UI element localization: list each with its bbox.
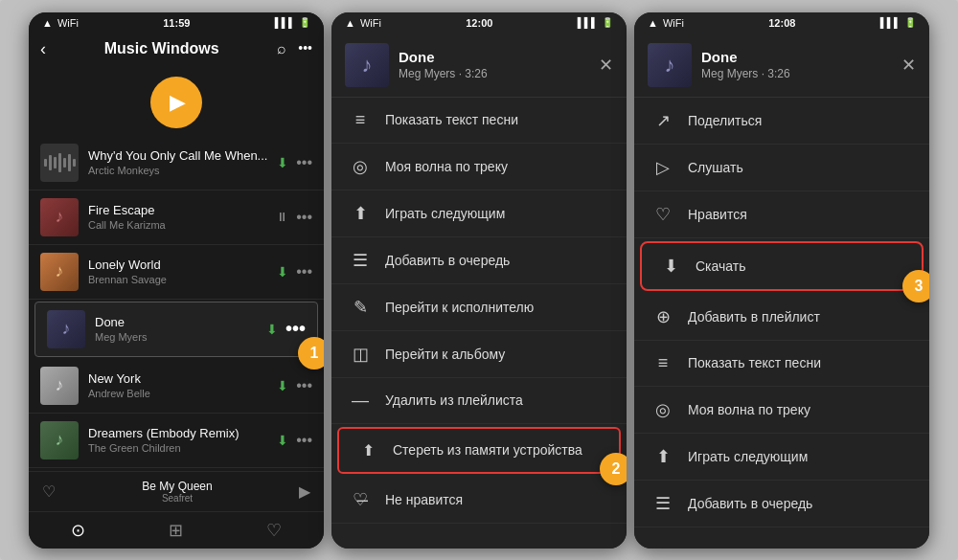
more-icon-3[interactable]: ••• [285,318,306,340]
more-icon-4[interactable]: ••• [296,377,312,394]
menu-item-goto-album[interactable]: ◫ Перейти к альбому [331,331,627,378]
album-icon: ◫ [347,344,374,365]
nav-favorites-icon[interactable]: ♡ [266,520,282,541]
download-icon-2: ⬇ [277,264,288,280]
menu-label-show-lyrics-3: Показать текст песни [688,355,821,370]
close-button-2[interactable]: ✕ [599,56,613,74]
menu-item-erase[interactable]: ⬆ Стереть из памяти устройства [339,429,619,472]
download-icon-5: ⬇ [277,433,288,448]
signal-icon-1: ▲ [42,17,53,29]
modal-header-3: ♪ Done Meg Myers · 3:26 ✕ [634,34,929,98]
song-info-2: Lonely World Brennan Savage [88,258,277,285]
menu-item-download-highlighted[interactable]: ⬇ Скачать 3 [640,241,924,291]
menu-item-show-lyrics-3[interactable]: ≡ Показать текст песни [634,341,929,387]
lyrics-icon-3: ≡ [650,353,676,373]
nav-discover-icon[interactable]: ⊙ [71,520,85,541]
song-item-0[interactable]: Why'd You Only Call Me When... Arctic Mo… [29,136,324,190]
erase-icon: ⬆ [354,441,381,459]
menu-label-share: Поделиться [688,113,762,128]
screen1: ▲ WiFi 11:59 ▌▌▌ 🔋 ‹ Music Windows ⌕ •••… [29,12,324,549]
menu-label-erase: Стереть из памяти устройства [393,442,582,458]
menu-label-play-next: Играть следующим [385,206,505,221]
screen3: ▲ WiFi 12:08 ▌▌▌ 🔋 ♪ Done Meg Myers · 3:… [634,12,929,549]
song-title-2: Lonely World [88,258,277,272]
song-actions-3: ⬇ ••• [266,318,306,340]
download-icon-0: ⬇ [277,155,288,170]
song-item-5[interactable]: ♪ Dreamers (Embody Remix) The Green Chil… [29,414,324,468]
modal-song-info-2: Done Meg Myers · 3:26 [399,49,488,80]
time-2: 12:00 [466,17,492,29]
share-icon: ↗ [650,110,676,131]
menu-label-goto-artist: Перейти к исполнителю [385,300,534,315]
back-button[interactable]: ‹ [40,39,46,59]
menu-item-play-next[interactable]: ⬆ Играть следующим [331,190,627,237]
more-icon-5[interactable]: ••• [296,432,312,449]
nav-library-icon[interactable]: ⊞ [169,520,183,541]
song-actions-5: ⬇ ••• [277,432,312,449]
wave-icon: ◎ [347,156,374,177]
song-artist-4: Andrew Belle [88,388,277,399]
mini-play-button[interactable]: ▶ [299,482,310,501]
song-thumb-3: ♪ [47,310,85,348]
menu-label-dislike: Не нравится [385,492,463,507]
menu-item-add-playlist[interactable]: ⊕ Добавить в плейлист [634,294,929,341]
time-1: 11:59 [163,17,190,29]
play-all-button[interactable]: ▶ [150,77,202,128]
more-options-icon[interactable]: ••• [298,40,312,57]
song-artist-1: Call Me Karizma [88,219,276,231]
song-actions-2: ⬇ ••• [277,263,312,280]
song-item-3[interactable]: ♪ Done Meg Myers ⬇ ••• 1 [34,302,318,357]
more-icon-2[interactable]: ••• [296,263,312,280]
like-icon: ♡ [650,204,676,225]
remove-icon: — [347,391,374,411]
more-icon-0[interactable]: ••• [296,154,312,171]
menu-item-download[interactable]: ⬇ Скачать [642,243,922,289]
menu-item-listen[interactable]: ▷ Слушать [634,145,929,191]
song-item-1[interactable]: ♪ Fire Escape Call Me Karizma ⏸ ••• [29,190,324,245]
menu-item-remove-playlist[interactable]: — Удалить из плейлиста [331,378,627,424]
status-bar-1: ▲ WiFi 11:59 ▌▌▌ 🔋 [29,12,324,34]
modal-song-title-3: Done [701,49,790,65]
song-title-3: Done [95,315,266,329]
more-icon-1[interactable]: ••• [296,209,312,226]
song-title-0: Why'd You Only Call Me When... [88,148,277,163]
menu-item-my-wave[interactable]: ◎ Моя волна по треку [331,144,627,190]
signal-icon-2: ▌▌▌ [578,17,598,28]
close-button-3[interactable]: ✕ [901,56,916,74]
modal-header-2: ♪ Done Meg Myers · 3:26 ✕ [331,34,627,98]
song-thumb-0 [40,144,79,182]
song-artist-0: Arctic Monkeys [88,165,277,176]
search-icon[interactable]: ⌕ [277,40,286,57]
song-info-3: Done Meg Myers [95,315,266,343]
menu-item-play-next-3[interactable]: ⬆ Играть следующим [634,434,929,481]
menu-item-share[interactable]: ↗ Поделиться [634,98,929,145]
modal-album-art-2: ♪ [345,43,389,87]
song-item-2[interactable]: ♪ Lonely World Brennan Savage ⬇ ••• [29,245,324,300]
heart-icon[interactable]: ♡ [42,482,56,501]
menu-item-my-wave-3[interactable]: ◎ Моя волна по треку [634,387,929,434]
song-thumb-5: ♪ [40,421,79,459]
modal-song-artist-2: Meg Myers · 3:26 [399,67,488,80]
menu-item-dislike[interactable]: ♡̶ Не нравится [331,477,627,524]
arrow-icon-3: ▲ [648,17,658,29]
wave-icon-3: ◎ [650,399,676,420]
arrow-icon-2: ▲ [345,17,355,29]
menu-item-show-lyrics[interactable]: ≡ Показать текст песни [331,98,627,144]
song-actions-1: ⏸ ••• [276,209,312,226]
song-title-1: Fire Escape [88,203,276,217]
song-item-4[interactable]: ♪ New York Andrew Belle ⬇ ••• [29,359,324,414]
song-thumb-4: ♪ [40,367,79,405]
menu-item-add-queue[interactable]: ☰ Добавить в очередь [331,237,627,284]
menu-item-erase-highlighted[interactable]: ⬆ Стереть из памяти устройства 2 [337,427,621,474]
menu-item-like[interactable]: ♡ Нравится [634,191,929,238]
battery-icon-3: 🔋 [904,17,916,28]
queue-icon-3: ☰ [650,493,676,514]
song-info-5: Dreamers (Embody Remix) The Green Childr… [88,426,277,454]
menu-item-add-queue-3[interactable]: ☰ Добавить в очередь [634,481,929,527]
play-icon: ▶ [170,90,186,115]
menu-item-goto-artist[interactable]: ✎ Перейти к исполнителю [331,284,627,331]
screen1-header: ‹ Music Windows ⌕ ••• [29,34,324,65]
status-icons-2: ▌▌▌ 🔋 [578,17,613,28]
status-bar-3: ▲ WiFi 12:08 ▌▌▌ 🔋 [634,12,929,34]
battery-icon-2: 🔋 [602,17,613,28]
